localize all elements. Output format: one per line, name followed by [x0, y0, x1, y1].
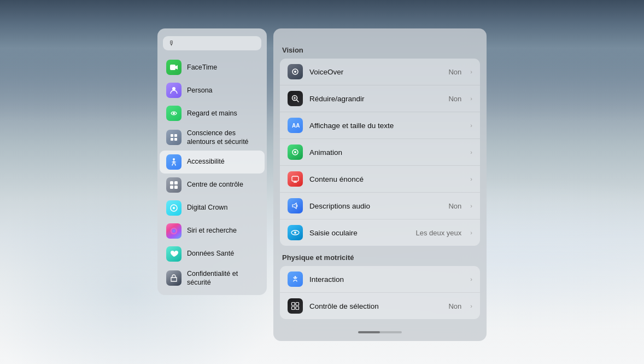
settings-row-audio[interactable]: Descriptions audioNon› [280, 193, 480, 219]
facetime-icon [166, 60, 182, 75]
svg-point-23 [294, 232, 296, 234]
svg-rect-9 [174, 181, 178, 184]
settings-group-vision: VoiceOverNon›Réduire/agrandirNon›AAAffic… [280, 59, 480, 246]
settings-group-physique: Interaction›Contrôle de sélectionNon› [280, 266, 480, 319]
svg-rect-28 [296, 307, 299, 310]
settings-row-interaction[interactable]: Interaction› [280, 266, 480, 293]
conscience-label: Conscience des alentours et sécurité [187, 129, 258, 147]
sidebar-item-sante[interactable]: Données Santé [160, 242, 265, 265]
scroll-indicator [273, 327, 487, 333]
sidebar: 🎙 FaceTimePersonaRegard et mainsConscien… [157, 28, 267, 295]
svg-text:AA: AA [292, 123, 300, 129]
conscience-icon [166, 130, 182, 145]
siri-icon [166, 223, 182, 239]
svg-rect-6 [174, 138, 177, 141]
svg-rect-10 [170, 186, 173, 189]
audio-chevron-icon: › [470, 203, 472, 209]
svg-point-16 [294, 71, 296, 73]
interaction-row-icon [288, 271, 303, 287]
sidebar-item-digital[interactable]: Digital Crown [160, 197, 265, 219]
interaction-chevron-icon: › [470, 276, 472, 282]
svg-rect-3 [171, 134, 173, 137]
sidebar-item-facetime[interactable]: FaceTime [160, 56, 265, 79]
animation-row-icon [288, 145, 303, 160]
svg-rect-11 [174, 186, 178, 189]
sidebar-item-conscience[interactable]: Conscience des alentours et sécurité [160, 125, 265, 151]
voiceover-row-icon [288, 64, 303, 79]
affichage-row-icon: AA [288, 118, 303, 133]
section-header-physique: Physique et motricité [273, 253, 487, 266]
confidentialite-label: Confidentialité et sécurité [187, 269, 258, 287]
zoom-row-icon [288, 91, 303, 106]
regard-icon [166, 106, 182, 121]
confidentialite-icon [166, 270, 182, 286]
svg-point-20 [294, 151, 296, 153]
controle-chevron-icon: › [470, 303, 472, 309]
digital-icon [166, 200, 182, 216]
main-panel: VisionVoiceOverNon›Réduire/agrandirNon›A… [273, 28, 487, 341]
svg-rect-27 [292, 307, 295, 310]
audio-row-icon [288, 198, 303, 213]
settings-row-zoom[interactable]: Réduire/agrandirNon› [280, 85, 480, 112]
scroll-thumb [358, 331, 380, 333]
sante-icon [166, 246, 182, 262]
settings-row-animation[interactable]: Animation› [280, 139, 480, 166]
svg-rect-21 [292, 176, 298, 181]
svg-point-14 [171, 228, 177, 234]
svg-rect-25 [292, 303, 295, 306]
persona-icon [166, 83, 182, 98]
animation-chevron-icon: › [470, 149, 472, 155]
sidebar-item-persona[interactable]: Persona [160, 79, 265, 102]
settings-row-voiceover[interactable]: VoiceOverNon› [280, 59, 480, 85]
interaction-row-label: Interaction [309, 275, 464, 284]
zoom-chevron-icon: › [470, 95, 472, 102]
svg-rect-4 [174, 134, 177, 137]
settings-row-saisie[interactable]: Saisie oculaireLes deux yeux› [280, 219, 480, 246]
sidebar-item-accessibilite[interactable]: Accessibilité [160, 151, 265, 174]
centre-label: Centre de contrôle [187, 180, 243, 189]
svg-rect-5 [171, 138, 173, 141]
sidebar-item-siri[interactable]: Siri et recherche [160, 219, 265, 242]
sidebar-item-centre[interactable]: Centre de contrôle [160, 174, 265, 197]
affichage-chevron-icon: › [470, 122, 472, 129]
accessibilite-label: Accessibilité [187, 157, 225, 166]
contenu-row-icon [288, 171, 303, 187]
zoom-row-label: Réduire/agrandir [309, 95, 442, 103]
svg-point-24 [295, 276, 296, 278]
regard-label: Regard et mains [187, 109, 237, 118]
affichage-row-label: Affichage et taille du texte [309, 122, 464, 130]
animation-row-label: Animation [309, 148, 464, 157]
settings-row-affichage[interactable]: AAAffichage et taille du texte› [280, 112, 480, 139]
sidebar-items-container: FaceTimePersonaRegard et mainsConscience… [157, 56, 267, 291]
sante-label: Données Santé [187, 249, 234, 258]
ui-container: 🎙 FaceTimePersonaRegard et mainsConscien… [0, 0, 644, 364]
facetime-label: FaceTime [187, 63, 217, 72]
settings-row-controle[interactable]: Contrôle de sélectionNon› [280, 293, 480, 319]
controle-row-icon [288, 298, 303, 314]
svg-rect-0 [170, 65, 175, 70]
microphone-icon: 🎙 [168, 39, 175, 47]
svg-rect-8 [170, 181, 173, 184]
accessibilite-icon [166, 154, 182, 170]
scroll-track [358, 331, 402, 333]
voiceover-row-value: Non [448, 68, 461, 76]
siri-label: Siri et recherche [187, 226, 237, 235]
audio-row-value: Non [448, 202, 461, 210]
contenu-chevron-icon: › [470, 176, 472, 182]
zoom-row-value: Non [448, 95, 461, 103]
centre-icon [166, 177, 182, 193]
main-sections-container: VisionVoiceOverNon›Réduire/agrandirNon›A… [273, 46, 487, 319]
settings-row-contenu[interactable]: Contenu énoncé› [280, 166, 480, 193]
controle-row-value: Non [448, 302, 461, 310]
section-header-vision: Vision [273, 46, 487, 59]
contenu-row-label: Contenu énoncé [309, 175, 464, 183]
saisie-row-value: Les deux yeux [415, 229, 461, 237]
svg-point-7 [173, 158, 175, 160]
saisie-row-icon [288, 225, 303, 240]
audio-row-label: Descriptions audio [309, 202, 442, 210]
sidebar-item-regard[interactable]: Regard et mains [160, 102, 265, 125]
svg-point-13 [173, 207, 175, 209]
sidebar-item-confidentialite[interactable]: Confidentialité et sécurité [160, 265, 265, 291]
svg-point-2 [173, 112, 175, 114]
search-bar[interactable]: 🎙 [163, 36, 261, 50]
